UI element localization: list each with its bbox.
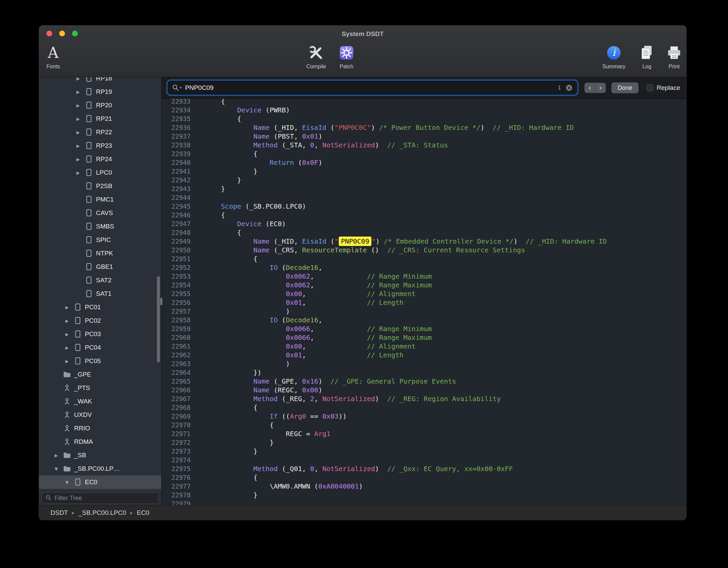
main-split: ▶RP18▶RP19▶RP20▶RP21▶RP22▶RP23▶RP24▶LPC0…	[39, 77, 686, 505]
code-text: Name (_HID, EisaId ("PNP0C0C") /* Power …	[205, 123, 574, 132]
search-options-icon[interactable]: ▾	[172, 84, 182, 91]
tree-item-rp23[interactable]: ▶RP23	[39, 139, 161, 152]
tree-item-pmc1[interactable]: PMC1	[39, 193, 161, 206]
line-number: 22939	[162, 149, 191, 158]
tree-item-rp19[interactable]: ▶RP19	[39, 85, 161, 99]
previous-match-button[interactable]: ‹	[585, 83, 595, 93]
code-line: 22979	[162, 499, 686, 505]
tree-item-rp22[interactable]: ▶RP22	[39, 126, 161, 139]
doc-icon	[85, 182, 93, 190]
splitter-handle[interactable]	[160, 298, 162, 305]
patch-button[interactable]: Patch	[326, 43, 367, 70]
zoom-button[interactable]	[72, 31, 78, 36]
crossed-tools-icon	[308, 43, 325, 63]
disclosure-collapsed-icon[interactable]: ▶	[62, 305, 72, 310]
tree-item-smbs[interactable]: SMBS	[39, 220, 161, 233]
code-line: 22962 0x01, // Length	[162, 351, 686, 359]
tree-item-gpe[interactable]: _GPE	[39, 368, 161, 381]
tree-item-pc04[interactable]: ▶PC04	[39, 341, 161, 354]
breadcrumb-item-scope[interactable]: _SB.PC00.LPC0	[78, 509, 126, 517]
tree-item-p2sb[interactable]: P2SB	[39, 179, 161, 193]
tree-item-sb[interactable]: ▶_SB	[39, 449, 161, 462]
search-input[interactable]: ▾ PNP0C09 1	[168, 81, 577, 95]
tree-item-cavs[interactable]: CAVS	[39, 206, 161, 220]
disclosure-collapsed-icon[interactable]: ▶	[73, 77, 83, 81]
tree-item-spic[interactable]: SPIC	[39, 233, 161, 247]
disclosure-collapsed-icon[interactable]: ▶	[62, 332, 72, 337]
letter-a-icon: A	[48, 43, 59, 63]
tree-item-pc01[interactable]: ▶PC01	[39, 300, 161, 314]
tree-item-pc03[interactable]: ▶PC03	[39, 327, 161, 341]
code-text: Scope (_SB.PC00.LPC0)	[205, 202, 306, 211]
clear-search-icon[interactable]	[565, 84, 573, 92]
doc-icon	[85, 77, 93, 82]
line-number: 22944	[162, 193, 191, 202]
tree-item-wak[interactable]: _WAK	[39, 395, 161, 408]
doc-icon	[85, 209, 93, 217]
minimize-button[interactable]	[59, 31, 65, 36]
code-text: Device (PWRB)	[205, 106, 290, 114]
code-line: 22943 }	[162, 184, 686, 193]
breadcrumb-item-ec0[interactable]: EC0	[137, 509, 149, 517]
disclosure-collapsed-icon[interactable]: ▶	[73, 116, 83, 121]
tree-item-label: RP21	[96, 115, 112, 122]
close-button[interactable]	[46, 31, 52, 36]
line-number: 22979	[162, 499, 191, 505]
code-text: {	[205, 403, 258, 412]
disclosure-expanded-icon[interactable]: ▼	[62, 480, 72, 485]
tree-item-label: _SB	[74, 452, 86, 459]
code-line: 22951 {	[162, 254, 686, 263]
done-button[interactable]: Done	[611, 82, 638, 93]
tree-item-ntpk[interactable]: NTPK	[39, 247, 161, 260]
tree-item-rdma[interactable]: RDMA	[39, 435, 161, 449]
line-number: 22971	[162, 429, 191, 438]
line-number: 22958	[162, 316, 191, 324]
doc-icon	[85, 196, 93, 204]
tree-item-pts[interactable]: _PTS	[39, 381, 161, 395]
sidebar-tree[interactable]: ▶RP18▶RP19▶RP20▶RP21▶RP22▶RP23▶RP24▶LPC0…	[39, 77, 161, 491]
disclosure-collapsed-icon[interactable]: ▶	[73, 130, 83, 135]
tree-item-lpc0[interactable]: ▶LPC0	[39, 166, 161, 179]
filter-tree-input[interactable]: Filter Tree	[42, 493, 159, 504]
tree-item-sat2[interactable]: SAT2	[39, 274, 161, 287]
disclosure-collapsed-icon[interactable]: ▶	[62, 345, 72, 350]
tree-item-label: RRIO	[74, 425, 90, 432]
breadcrumb-item-dsdt[interactable]: DSDT	[51, 509, 68, 517]
tree-item-sat1[interactable]: SAT1	[39, 287, 161, 300]
code-text: 0x0062, // Range Maximum	[205, 281, 432, 289]
disclosure-collapsed-icon[interactable]: ▶	[73, 170, 83, 175]
next-match-button[interactable]: ›	[595, 83, 606, 93]
tree-item-label: PC04	[85, 344, 101, 351]
tree-item-rrio[interactable]: RRIO	[39, 422, 161, 435]
doc-icon	[85, 115, 93, 123]
titlebar: System DSDT	[39, 26, 686, 41]
tree-item-rp20[interactable]: ▶RP20	[39, 99, 161, 112]
tree-item-uxdv[interactable]: UXDV	[39, 408, 161, 422]
code-line: 22978 }	[162, 491, 686, 499]
code-editor[interactable]: 22933 {22934 Device (PWRB)22935 {22936 N…	[162, 99, 686, 505]
print-button[interactable]: Print	[654, 43, 686, 70]
disclosure-collapsed-icon[interactable]: ▶	[73, 157, 83, 162]
sidebar-scrollbar-thumb[interactable]	[157, 276, 160, 362]
disclosure-collapsed-icon[interactable]: ▶	[62, 318, 72, 323]
tree-item-gbe1[interactable]: GBE1	[39, 260, 161, 274]
disclosure-collapsed-icon[interactable]: ▶	[73, 143, 83, 148]
tree-item-pc02[interactable]: ▶PC02	[39, 314, 161, 327]
tree-item-rp24[interactable]: ▶RP24	[39, 152, 161, 166]
code-line: 22944	[162, 193, 686, 202]
disclosure-collapsed-icon[interactable]: ▶	[73, 103, 83, 108]
tree-item-pc05[interactable]: ▶PC05	[39, 354, 161, 368]
line-number: 22956	[162, 298, 191, 307]
disclosure-collapsed-icon[interactable]: ▶	[62, 359, 72, 364]
fonts-button[interactable]: A Fonts	[39, 43, 73, 70]
disclosure-collapsed-icon[interactable]: ▶	[51, 453, 61, 458]
code-text: Method (_REG, 2, NotSerialized) // _REG:…	[205, 394, 501, 403]
tree-item-sbpc00lp[interactable]: ▼_SB.PC00.LP…	[39, 462, 161, 475]
tree-item-ec0[interactable]: ▼EC0	[39, 475, 161, 489]
disclosure-expanded-icon[interactable]: ▼	[51, 466, 61, 471]
tree-item-rp18[interactable]: ▶RP18	[39, 77, 161, 85]
replace-checkbox[interactable]	[647, 84, 653, 91]
tree-item-rp21[interactable]: ▶RP21	[39, 112, 161, 126]
code-text: {	[205, 473, 258, 482]
disclosure-collapsed-icon[interactable]: ▶	[73, 90, 83, 95]
